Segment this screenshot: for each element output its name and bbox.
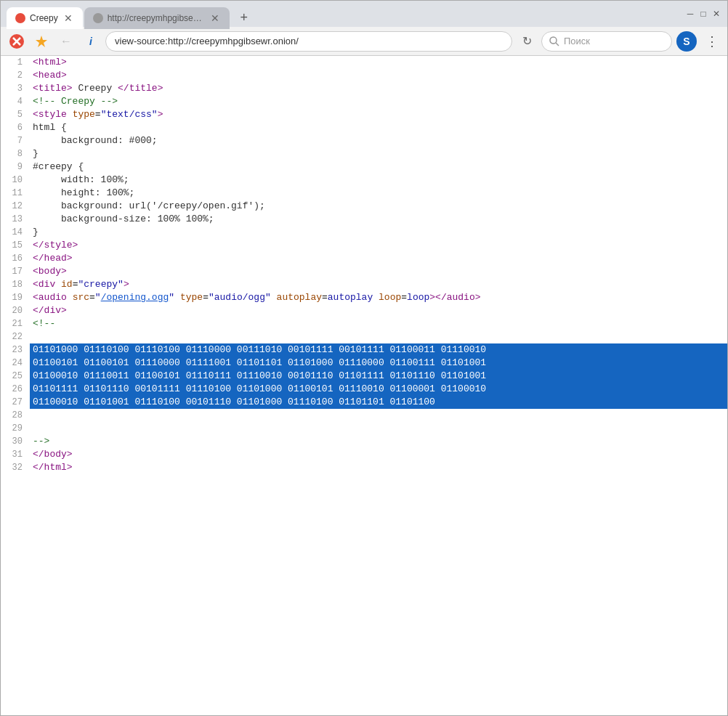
- source-line: 2401100101 01100101 01110000 01111001 01…: [1, 357, 727, 370]
- source-line: 15</style>: [1, 239, 727, 252]
- url-bar[interactable]: view-source:http://creepymhpgibsewr.onio…: [105, 31, 512, 52]
- line-number: 32: [1, 461, 30, 474]
- tab-favicon: [15, 13, 25, 23]
- back-button[interactable]: ←: [56, 31, 76, 52]
- line-number: 17: [1, 265, 30, 278]
- security-icon: [7, 31, 27, 52]
- line-content: <title> Creepy </title>: [30, 82, 727, 95]
- source-line: 6html {: [1, 121, 727, 134]
- title-bar: Creepy ✕ http://creepymhpgibsewr.oni... …: [1, 1, 727, 27]
- source-line: 20</div>: [1, 304, 727, 317]
- browser-window: Creepy ✕ http://creepymhpgibsewr.oni... …: [0, 0, 728, 716]
- line-number: 19: [1, 291, 30, 304]
- tab-inactive[interactable]: http://creepymhpgibsewr.oni... ✕: [84, 7, 230, 29]
- source-line: 2701100010 01101001 01110100 00101110 01…: [1, 396, 727, 409]
- bookmark-icon[interactable]: [31, 31, 52, 52]
- line-content: #creepy {: [30, 160, 727, 174]
- line-content: [30, 409, 727, 422]
- line-content: }: [30, 147, 727, 160]
- svg-line-5: [556, 43, 559, 46]
- source-line: 1<html>: [1, 56, 727, 69]
- line-content: <audio src="/opening.ogg" type="audio/og…: [30, 291, 727, 304]
- source-line: 8}: [1, 147, 727, 160]
- search-bar[interactable]: Поиск: [541, 31, 672, 52]
- source-line: 5<style type="text/css">: [1, 108, 727, 121]
- url-text: view-source:http://creepymhpgibsewr.onio…: [115, 36, 299, 46]
- source-line: 29: [1, 422, 727, 435]
- line-number: 8: [1, 147, 30, 160]
- line-number: 18: [1, 278, 30, 291]
- line-number: 30: [1, 435, 30, 448]
- line-number: 10: [1, 174, 30, 187]
- source-line: 3<title> Creepy </title>: [1, 82, 727, 95]
- source-line: 28: [1, 409, 727, 422]
- profile-button[interactable]: S: [676, 31, 697, 52]
- line-content: <div id="creepy">: [30, 278, 727, 291]
- source-line: 2601101111 01101110 00101111 01110100 01…: [1, 383, 727, 396]
- search-icon: [549, 36, 559, 46]
- line-content: </head>: [30, 252, 727, 265]
- source-line: 22: [1, 330, 727, 343]
- source-line: 30-->: [1, 435, 727, 448]
- line-number: 31: [1, 448, 30, 461]
- svg-marker-3: [36, 36, 47, 47]
- line-content: 01100010 01110011 01100101 01110111 0111…: [30, 370, 727, 383]
- line-number: 6: [1, 121, 30, 134]
- line-number: 9: [1, 160, 30, 174]
- refresh-button[interactable]: ↻: [517, 31, 537, 52]
- menu-button[interactable]: ⋮: [701, 31, 721, 52]
- line-number: 11: [1, 187, 30, 200]
- source-line: 9#creepy {: [1, 160, 727, 174]
- line-content: [30, 330, 727, 343]
- line-content: background: url('/creepy/open.gif');: [30, 200, 727, 213]
- line-number: 24: [1, 357, 30, 370]
- tab-close-active[interactable]: ✕: [62, 12, 74, 24]
- line-number: 7: [1, 134, 30, 147]
- line-content: <head>: [30, 69, 727, 82]
- line-content: 01101000 01110100 01110100 01110000 0011…: [30, 343, 727, 357]
- line-number: 29: [1, 422, 30, 435]
- line-content: <body>: [30, 265, 727, 278]
- tabs-area: Creepy ✕ http://creepymhpgibsewr.oni... …: [7, 1, 679, 27]
- new-tab-button[interactable]: +: [234, 7, 254, 28]
- source-line: 19<audio src="/opening.ogg" type="audio/…: [1, 291, 727, 304]
- line-number: 20: [1, 304, 30, 317]
- line-number: 2: [1, 69, 30, 82]
- line-number: 28: [1, 409, 30, 422]
- source-line: 2<head>: [1, 69, 727, 82]
- source-line: 7 background: #000;: [1, 134, 727, 147]
- source-line: 32</html>: [1, 461, 727, 474]
- line-number: 22: [1, 330, 30, 343]
- source-line: 10 width: 100%;: [1, 174, 727, 187]
- line-number: 23: [1, 343, 30, 357]
- source-line: 18<div id="creepy">: [1, 278, 727, 291]
- close-button[interactable]: ✕: [711, 9, 721, 19]
- line-content: <style type="text/css">: [30, 108, 727, 121]
- source-line: 21<!--: [1, 317, 727, 330]
- source-line: 14}: [1, 226, 727, 239]
- line-number: 21: [1, 317, 30, 330]
- line-content: <!--: [30, 317, 727, 330]
- line-number: 27: [1, 396, 30, 409]
- window-controls: ─ □ ✕: [685, 9, 721, 19]
- tab-title-inactive: http://creepymhpgibsewr.oni...: [108, 13, 205, 23]
- source-line: 13 background-size: 100% 100%;: [1, 213, 727, 226]
- source-line: 11 height: 100%;: [1, 187, 727, 200]
- line-content: background: #000;: [30, 134, 727, 147]
- line-number: 15: [1, 239, 30, 252]
- line-content: <!-- Creepy -->: [30, 95, 727, 108]
- tab-active[interactable]: Creepy ✕: [7, 7, 83, 29]
- minimize-button[interactable]: ─: [685, 9, 695, 19]
- line-content: [30, 422, 727, 435]
- maximize-button[interactable]: □: [698, 9, 708, 19]
- source-line: 16</head>: [1, 252, 727, 265]
- info-button[interactable]: i: [81, 31, 101, 52]
- source-line: 12 background: url('/creepy/open.gif');: [1, 200, 727, 213]
- line-number: 25: [1, 370, 30, 383]
- tab-close-inactive[interactable]: ✕: [209, 12, 221, 24]
- search-placeholder: Поиск: [564, 36, 590, 46]
- source-line: 4<!-- Creepy -->: [1, 95, 727, 108]
- tab-favicon-inactive: [93, 13, 103, 23]
- line-content: </body>: [30, 448, 727, 461]
- line-content: </html>: [30, 461, 727, 474]
